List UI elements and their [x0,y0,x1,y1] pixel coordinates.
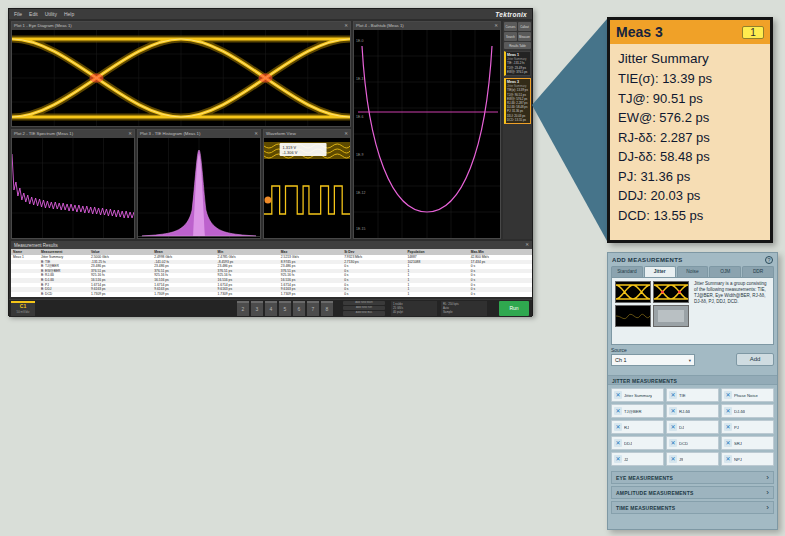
measurement-item[interactable]: ✕ J9 [666,452,719,466]
waveform-handle-marker[interactable] [264,197,271,204]
measurement-item[interactable]: ✕ PJ [721,420,774,434]
waveform-graphic: 1.319 V -1.306 V [264,138,350,238]
meas1-badge[interactable]: Meas 1 Jitter Summary TIE: -131.2 fsTJ@:… [504,51,531,76]
close-icon[interactable]: ✕ [344,130,348,138]
eye-diagram-canvas[interactable] [12,30,350,126]
spectrum-plot-titlebar[interactable]: Plot 2 - TIE Spectrum (Meas 1) ✕ [12,130,134,138]
collapsed-section-row[interactable]: AMPLITUDE MEASUREMENTS › [611,486,774,499]
measurement-item[interactable]: ✕ DCD [666,436,719,450]
info-line: Sample [443,310,485,314]
toolbar-button[interactable]: Measure [518,32,531,41]
results-table-button[interactable]: Results Table [504,42,531,49]
spectrum-canvas[interactable] [12,138,134,238]
menu-items: FileEditUtilityHelp [14,11,74,17]
channel-button[interactable]: 6 [293,301,305,316]
badge-lines: TIE(σ): 13.39 psTJ@: 90.51 psEW@: 576.2 … [507,88,529,122]
menu-item[interactable]: Help [64,11,74,17]
add-new-button[interactable]: Add New Math [343,301,385,305]
waveform-view-titlebar[interactable]: Waveform View ✕ [264,130,350,138]
eye-plot-titlebar[interactable]: Plot 1 - Eye Diagram (Meas 1) ✕ [12,22,350,30]
eye-thumbnail [653,281,689,303]
measurement-item[interactable]: ✕ Phase Noise [721,388,774,402]
add-button[interactable]: Add [736,353,774,366]
eye-x-icon: ✕ [724,455,732,463]
tab-standard[interactable]: Standard [611,266,643,277]
close-icon[interactable]: ✕ [494,22,498,30]
channel-button[interactable]: 8 [321,301,333,316]
toolbar-button[interactable]: Cursors [504,22,517,31]
channel-button[interactable]: 3 [251,301,263,316]
measurement-item[interactable]: ✕ J2 [611,452,664,466]
toolbar-button[interactable]: Search [504,32,517,41]
add-new-button[interactable]: Add New Bus [343,311,385,315]
tab-jitter[interactable]: Jitter [644,266,676,277]
bathtub-tick-label: 1E-12 [356,191,365,195]
acquisition-info-box[interactable]: RL: 250 kptsAutoSample [441,301,487,316]
measurement-item[interactable]: ✕ DJ [666,420,719,434]
waveform-canvas[interactable]: 1.319 V -1.306 V [264,138,350,238]
eye-x-icon: ✕ [614,439,622,447]
horizontal-info-box[interactable]: 1 ns/div25 GS/s40 ps/pt [391,301,437,316]
measurement-item[interactable]: ✕ Jitter Summary [611,388,664,402]
channel-1-button[interactable]: C1 50 mV/div [11,301,35,316]
callout-lines: TIE(σ): 13.39 psTJ@: 90.51 psEW@: 576.2 … [618,69,762,225]
measurement-item[interactable]: ✕ TIE [666,388,719,402]
measurement-item[interactable]: ✕ RJ [611,420,664,434]
run-button[interactable]: Run [499,301,529,316]
oscilloscope-window: FileEditUtilityHelp Tektronix Plot 1 - E… [8,8,533,316]
measurement-item[interactable]: ✕ RJ-δδ [666,404,719,418]
results-cell: 1.7309 ps [216,292,279,297]
results-cell: 1.7309 ps [279,292,342,297]
close-icon[interactable]: ✕ [254,130,258,138]
add-new-button[interactable]: Add New Ref [343,306,385,310]
collapsed-section-row[interactable]: EYE MEASUREMENTS › [611,471,774,484]
toolbar-button[interactable]: Callout [518,22,531,31]
tektronix-logo: Tektronix [495,11,527,18]
measurement-item[interactable]: ✕ TJ@BER [611,404,664,418]
measurement-label: DJ [679,425,684,430]
results-header[interactable]: Measurement Results ✕ [11,241,532,249]
menu-item[interactable]: File [14,11,22,17]
measurement-item[interactable]: ✕ NPJ [721,452,774,466]
callout-line: DJ-δδ: 58.48 ps [618,147,762,167]
source-select[interactable]: Ch 1 ▾ [611,354,695,366]
measurement-item[interactable]: ✕ DDJ [611,436,664,450]
tab-ojm[interactable]: OJM [709,266,741,277]
meas3-badge[interactable]: Meas 3 Jitter Summary TIE(σ): 13.39 psTJ… [504,78,531,124]
spectrum-graphic [12,138,134,238]
results-panel: Measurement Results ✕ Name Measurement V… [11,241,532,297]
eye-x-icon: ✕ [669,455,677,463]
bathtub-plot-titlebar[interactable]: Plot 4 - Bathtub (Meas 1) ✕ [354,22,500,30]
measurement-label: RJ [624,425,629,430]
callout-body: Jitter Summary TIE(σ): 13.39 psTJ@: 90.5… [610,44,770,230]
measurement-label: J9 [679,457,683,462]
page: FileEditUtilityHelp Tektronix Plot 1 - E… [0,0,785,536]
tab-ddr[interactable]: DDR [742,266,774,277]
help-icon[interactable]: ? [765,256,773,264]
measurement-item[interactable]: ✕ DJ-δδ [721,404,774,418]
panel-tabs: Standard Jitter Noise OJM DDR [608,266,777,277]
menu-item[interactable]: Utility [45,11,57,17]
histogram-canvas[interactable] [138,138,260,238]
close-icon[interactable]: ✕ [525,241,529,249]
channel-button[interactable]: 7 [307,301,319,316]
tab-noise[interactable]: Noise [677,266,709,277]
callout-line: TJ@: 90.51 ps [618,89,762,109]
histogram-plot-titlebar[interactable]: Plot 3 - TIE Histogram (Meas 1) ✕ [138,130,260,138]
close-icon[interactable]: ✕ [344,22,348,30]
chevron-right-icon: › [766,472,769,483]
results-cell: 0 s [469,292,532,297]
measurement-item[interactable]: ✕ SRJ [721,436,774,450]
measurement-label: Jitter Summary [624,393,652,398]
channel-button[interactable]: 2 [237,301,249,316]
results-cell: B: DCD [39,292,89,297]
eye-x-icon: ✕ [724,391,732,399]
menu-item[interactable]: Edit [29,11,38,17]
channel-button[interactable]: 4 [265,301,277,316]
bathtub-canvas[interactable]: 1E-0 1E-3 1E-6 1E-9 1E-12 1E-15 [354,30,500,238]
close-icon[interactable]: ✕ [128,130,132,138]
collapsed-section-row[interactable]: TIME MEASUREMENTS › [611,501,774,514]
panel-header: ADD MEASUREMENTS ? [608,253,777,266]
meas3-callout: Meas 3 1 Jitter Summary TIE(σ): 13.39 ps… [607,17,773,243]
channel-button[interactable]: 5 [279,301,291,316]
